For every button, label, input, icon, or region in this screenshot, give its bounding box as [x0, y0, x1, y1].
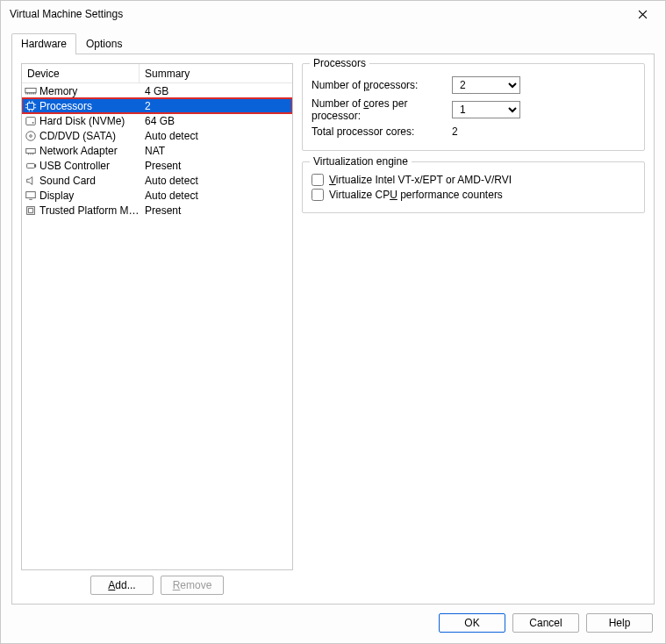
device-name: Sound Card [38, 175, 140, 187]
svg-rect-0 [25, 88, 36, 92]
device-name: Memory [38, 85, 140, 97]
cores-per-proc-label: Number of cores per processor: [312, 97, 452, 122]
ok-button[interactable]: OK [439, 613, 505, 633]
device-row-disk[interactable]: Hard Disk (NVMe)64 GB [22, 113, 292, 128]
device-row-sound[interactable]: Sound CardAuto detect [22, 173, 292, 188]
device-summary: Auto detect [140, 175, 292, 187]
device-name: USB Controller [38, 160, 140, 172]
device-summary: NAT [140, 145, 292, 157]
cores-per-proc-select[interactable]: 1 [452, 101, 520, 118]
help-button[interactable]: Help [586, 613, 653, 633]
num-processors-select[interactable]: 2 [452, 76, 520, 94]
net-icon [24, 144, 38, 158]
device-name: Network Adapter [38, 145, 140, 157]
device-row-display[interactable]: DisplayAuto detect [22, 188, 292, 203]
processors-group-title: Processors [310, 57, 369, 69]
col-summary[interactable]: Summary [140, 68, 292, 80]
device-row-tpm[interactable]: Trusted Platform Mo…Present [22, 203, 292, 218]
num-processors-label: Number of processors: [312, 79, 452, 91]
cd-icon [24, 129, 38, 143]
titlebar: Virtual Machine Settings [1, 1, 665, 27]
virtualization-group: Virtualization engine Virtualize Intel V… [302, 161, 645, 213]
dialog-footer: OK Cancel Help [1, 605, 665, 643]
device-summary: 64 GB [140, 115, 292, 127]
close-icon [638, 10, 648, 19]
virtualize-vt-label: Virtualize Intel VT-x/EPT or AMD-V/RVI [329, 174, 512, 186]
device-summary: Auto detect [140, 130, 292, 142]
svg-rect-1 [28, 103, 34, 109]
device-summary: Auto detect [140, 190, 292, 202]
device-name: CD/DVD (SATA) [38, 130, 140, 142]
svg-rect-6 [26, 148, 36, 153]
window-title: Virtual Machine Settings [10, 8, 123, 20]
device-list: Device Summary Memory4 GBProcessors2Hard… [21, 63, 293, 570]
svg-rect-9 [26, 191, 36, 197]
close-button[interactable] [627, 2, 658, 26]
add-button[interactable]: Add... [90, 576, 154, 595]
device-list-body: Memory4 GBProcessors2Hard Disk (NVMe)64 … [22, 83, 292, 218]
cancel-button[interactable]: Cancel [512, 613, 579, 633]
virtualization-group-title: Virtualization engine [310, 155, 412, 168]
tab-options[interactable]: Options [76, 33, 132, 54]
device-row-memory[interactable]: Memory4 GB [22, 83, 292, 98]
sound-icon [24, 174, 38, 188]
device-summary: 4 GB [140, 85, 292, 97]
virtualize-perf-label: Virtualize CPU performance counters [329, 189, 503, 201]
virtualize-perf-checkbox[interactable] [312, 189, 324, 201]
svg-rect-2 [26, 117, 36, 125]
disk-icon [24, 114, 38, 128]
memory-icon [24, 84, 38, 98]
svg-rect-7 [27, 163, 35, 168]
device-summary: Present [140, 204, 292, 217]
device-list-header: Device Summary [22, 64, 292, 83]
display-icon [24, 189, 38, 203]
vm-settings-dialog: Virtual Machine Settings Hardware Option… [0, 0, 666, 644]
tab-hardware[interactable]: Hardware [11, 33, 76, 54]
device-row-net[interactable]: Network AdapterNAT [22, 143, 292, 158]
device-row-usb[interactable]: USB ControllerPresent [22, 158, 292, 173]
processors-group: Processors Number of processors: 2 Numbe… [302, 63, 645, 151]
svg-rect-8 [34, 164, 36, 168]
total-cores-value: 2 [452, 125, 458, 138]
usb-icon [24, 159, 38, 173]
device-name: Trusted Platform Mo… [38, 204, 140, 217]
cpu-icon [24, 99, 38, 113]
device-summary: Present [140, 160, 292, 172]
remove-button[interactable]: Remove [161, 576, 224, 595]
device-name: Processors [38, 100, 140, 112]
tab-strip: Hardware Options [1, 27, 665, 54]
hardware-panel: Device Summary Memory4 GBProcessors2Hard… [11, 54, 655, 605]
device-name: Hard Disk (NVMe) [38, 115, 140, 127]
tpm-icon [24, 204, 38, 218]
svg-point-4 [26, 131, 36, 140]
device-summary: 2 [140, 100, 292, 112]
device-name: Display [38, 190, 140, 202]
virtualize-vt-checkbox[interactable] [312, 174, 324, 186]
device-row-cpu[interactable]: Processors2 [22, 98, 292, 113]
svg-point-3 [32, 121, 34, 123]
device-row-cd[interactable]: CD/DVD (SATA)Auto detect [22, 128, 292, 143]
col-device[interactable]: Device [22, 64, 140, 82]
total-cores-label: Total processor cores: [312, 125, 452, 138]
svg-point-5 [30, 134, 32, 137]
